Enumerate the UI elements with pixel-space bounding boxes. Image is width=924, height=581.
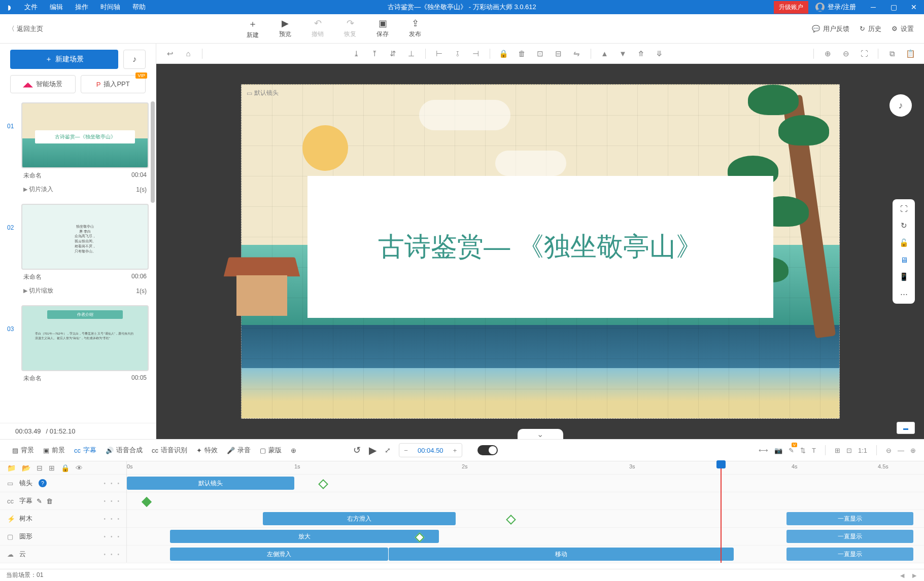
chevron-left-icon[interactable]: ◄	[899, 571, 906, 579]
fit-icon[interactable]: ⛶	[857, 46, 872, 61]
ai-scene-button[interactable]: ◢◣ 智能场景	[10, 75, 76, 93]
help-icon[interactable]: ?	[39, 479, 47, 487]
align-middle-icon[interactable]: ⇵	[386, 46, 401, 61]
scene-item[interactable]: 01 古诗鉴赏—《独坐敬亭山》 未命名 00:04 ▶ 切片淡入 1(s)	[7, 102, 149, 199]
clip[interactable]: 左侧滑入	[170, 548, 388, 561]
tc-tool-icon[interactable]: ⊕	[910, 447, 916, 454]
layer-down-icon[interactable]: ▼	[615, 46, 631, 61]
tc-tab-背景[interactable]: ▨背景	[8, 444, 38, 457]
menu-file[interactable]: 文件	[18, 1, 44, 14]
toolbar-预览[interactable]: ▶预览	[279, 18, 291, 40]
track-label-云[interactable]: ☁云•••	[0, 546, 126, 563]
collapse-icon[interactable]: ⊟	[37, 464, 43, 472]
track-label-镜头[interactable]: ▭镜头?•••	[0, 475, 126, 492]
paste-icon[interactable]: 📋	[903, 46, 918, 61]
ungroup-icon[interactable]: ⊟	[551, 46, 566, 61]
minimize-button[interactable]: ─	[863, 0, 883, 14]
track-label-树木[interactable]: ⚡树木•••	[0, 510, 126, 528]
clip[interactable]: 默认镜头	[127, 477, 294, 490]
tc-tab-录音[interactable]: 🎤录音	[223, 444, 255, 457]
track-row[interactable]: 放大一直显示	[127, 528, 924, 546]
add-folder-icon[interactable]: 📂	[22, 464, 30, 472]
tc-tab-蒙版[interactable]: ▢蒙版	[256, 444, 286, 457]
collapse-button[interactable]: ⌄	[518, 429, 563, 439]
building-shape[interactable]	[226, 256, 297, 317]
scene-list[interactable]: 01 古诗鉴赏—《独坐敬亭山》 未命名 00:04 ▶ 切片淡入 1(s)	[0, 99, 156, 423]
track-label-圆形[interactable]: ▢圆形•••	[0, 528, 126, 546]
close-button[interactable]: ✕	[904, 0, 924, 14]
track-tool-icon[interactable]: 🗑	[46, 497, 53, 505]
scene-item[interactable]: 03 作者介绍 李白（701年—762年），字太白，号青莲居士 又号"谪仙人"，…	[7, 305, 149, 386]
clip[interactable]: 移动	[389, 548, 734, 561]
clip[interactable]: 放大	[170, 530, 439, 543]
canvas-stage[interactable]: ▭ 默认镜头 古诗鉴赏— 《独坐敬亭山》 ♪ ⛶	[156, 64, 924, 439]
maximize-button[interactable]: ▢	[883, 0, 904, 14]
copy-icon[interactable]: ⧉	[884, 46, 900, 61]
track-row[interactable]: 右方滑入一直显示	[127, 510, 924, 528]
toolbar-保存[interactable]: ▣保存	[377, 18, 389, 40]
clip[interactable]: 右方滑入	[263, 512, 456, 525]
tc-tab-语音合成[interactable]: 🔊语音合成	[101, 444, 147, 457]
zoom-in-icon[interactable]: ⊕	[820, 46, 835, 61]
time-increase[interactable]: +	[449, 447, 462, 454]
expand-icon[interactable]: ⤢	[385, 446, 391, 454]
layer-top-icon[interactable]: ⤊	[634, 46, 649, 61]
toolbar-新建[interactable]: ＋新建	[247, 18, 259, 40]
tc-tab-特效[interactable]: ✦特效	[192, 444, 222, 457]
layer-up-icon[interactable]: ▲	[597, 46, 612, 61]
mobile-icon[interactable]: 📱	[899, 272, 909, 281]
keyframe-diamond[interactable]	[142, 497, 152, 507]
insert-ppt-button[interactable]: P 插入PPT VIP	[81, 75, 146, 93]
delete-icon[interactable]: 🗑	[515, 46, 530, 61]
tc-tab-more[interactable]: ⊕	[287, 444, 300, 457]
title-box[interactable]: 古诗鉴赏— 《独坐敬亭山》	[307, 176, 773, 318]
toolbar-用户反馈[interactable]: 💬用户反馈	[812, 24, 849, 33]
tc-tab-字幕[interactable]: cc字幕	[70, 444, 100, 457]
toolbar-历史[interactable]: ↻历史	[860, 24, 881, 33]
menu-action[interactable]: 操作	[69, 1, 94, 14]
scene-thumbnail[interactable]: 作者介绍 李白（701年—762年），字太白，号青莲居士 又号"谪仙人"，唐代伟…	[21, 305, 149, 371]
unlock-icon[interactable]: 🔓	[899, 238, 909, 247]
align-left-icon[interactable]: ⊢	[432, 46, 447, 61]
align-top-icon[interactable]: ⤒	[367, 46, 383, 61]
clip[interactable]: 一直显示	[786, 548, 913, 561]
play-icon[interactable]: ▶	[369, 444, 377, 456]
cloud-shape[interactable]	[419, 100, 510, 130]
tc-tool-icon[interactable]: 1:1	[858, 447, 867, 454]
upgrade-button[interactable]: 升级账户	[774, 1, 808, 14]
new-scene-button[interactable]: ＋ 新建场景	[10, 50, 118, 69]
menu-timeline[interactable]: 时间轴	[94, 1, 126, 14]
desktop-icon[interactable]: 🖥	[900, 256, 908, 264]
eye-icon[interactable]: 👁	[76, 464, 83, 472]
track-row[interactable]	[127, 492, 924, 510]
cloud-shape[interactable]	[495, 151, 566, 176]
keyframe-diamond[interactable]	[318, 479, 328, 489]
zoom-out-icon[interactable]: ⊖	[838, 46, 853, 61]
track-label-字幕[interactable]: cc字幕✎🗑•••	[0, 492, 126, 510]
toggle-switch[interactable]	[477, 445, 498, 455]
tc-tool-icon[interactable]: T	[812, 447, 816, 454]
lock-icon[interactable]: 🔒	[61, 464, 70, 472]
clip[interactable]: 一直显示	[786, 530, 913, 543]
tc-tab-前景[interactable]: ▣前景	[39, 444, 69, 457]
folder-icon[interactable]: 📁	[7, 464, 16, 472]
scene-music-button[interactable]: ♪	[123, 50, 146, 69]
scene-item[interactable]: 02 独坐敬亭山 唐 李白 众鸟高飞尽， 孤云独去闲。 相看两不厌， 只有敬亭山…	[7, 204, 149, 300]
keyframe-diamond[interactable]	[506, 515, 516, 525]
back-home-button[interactable]: 〈 返回主页	[0, 24, 51, 33]
chevron-right-icon[interactable]: ►	[911, 571, 918, 579]
track-row[interactable]: 默认镜头	[127, 475, 924, 492]
layer-bottom-icon[interactable]: ⤋	[652, 46, 667, 61]
canvas-music-button[interactable]: ♪	[889, 94, 912, 117]
more-icon[interactable]: ⋯	[900, 289, 908, 299]
thumbnail-toggle[interactable]: ▬	[897, 422, 915, 434]
tc-tool-icon[interactable]: 📷	[774, 447, 782, 454]
group-icon[interactable]: ⊡	[533, 46, 548, 61]
toolbar-设置[interactable]: ⚙设置	[892, 24, 914, 33]
time-decrease[interactable]: −	[399, 447, 413, 454]
tc-tool-icon[interactable]: ✎	[789, 447, 794, 454]
timeline-ruler[interactable]: 0s1s2s3s4s4.5s	[127, 461, 924, 475]
lock-icon[interactable]: 🔒	[496, 46, 511, 61]
tc-tool-icon[interactable]: ⇅	[800, 447, 806, 454]
track-row[interactable]: 左侧滑入移动一直显示	[127, 546, 924, 563]
